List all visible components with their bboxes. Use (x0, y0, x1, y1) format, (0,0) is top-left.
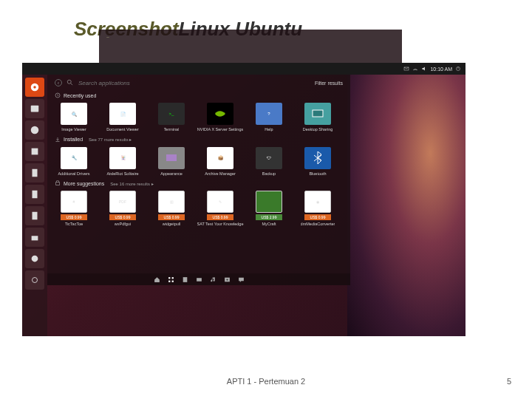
app-archive-manager[interactable]: 📦Archive Manager (201, 147, 239, 177)
search-icon (66, 79, 74, 86)
launcher-files[interactable] (25, 99, 44, 118)
ubuntu-screenshot: 10:10 AM ‹ Filter results (22, 63, 466, 336)
sugg-mycraft[interactable]: US$ 2.99MyCraft (250, 191, 288, 227)
search-row: ‹ Filter results (55, 79, 343, 86)
launcher-app[interactable] (25, 142, 44, 161)
launcher-impress[interactable] (25, 206, 44, 225)
recent-grid: 🔍Image Viewer 📄Document Viewer >_Termina… (55, 103, 343, 132)
nav-back-icon[interactable]: ‹ (55, 79, 62, 86)
app-terminal[interactable]: >_Terminal (152, 103, 191, 132)
lens-social-icon[interactable] (238, 276, 245, 283)
app-additional-drivers[interactable]: 🔧Additional Drivers (55, 147, 93, 177)
svg-point-14 (67, 80, 71, 83)
slide-footer: APTI 1 - Pertemuan 2 (227, 377, 305, 386)
section-suggestions: More suggestions See 16 more results ▸ (55, 180, 343, 186)
bag-icon (55, 180, 61, 186)
svg-point-4 (33, 86, 36, 89)
desktop-wallpaper (347, 75, 466, 336)
svg-rect-9 (33, 191, 38, 199)
svg-point-26 (226, 279, 228, 280)
sugg-dmmedia[interactable]: ◉US$ 0.99dmMediaConverter (299, 191, 337, 227)
power-icon (455, 66, 461, 72)
svg-rect-7 (32, 149, 38, 155)
sugg-tictactoe[interactable]: #US$ 0.99TicTacToe (55, 191, 93, 227)
lens-music-icon[interactable] (210, 276, 216, 283)
top-panel: 10:10 AM (22, 63, 466, 75)
svg-rect-5 (31, 106, 39, 112)
filter-results[interactable]: Filter results (315, 81, 343, 86)
svg-rect-21 (168, 280, 170, 282)
installed-grid: 🔧Additional Drivers 🃏AisleRiot Solitaire… (55, 147, 343, 177)
section-installed: Installed See 77 more results ▸ (55, 137, 343, 143)
lens-apps-icon[interactable] (168, 276, 174, 283)
launcher-settings[interactable] (25, 270, 44, 290)
section-recent: Recently used (55, 92, 343, 98)
clock-icon (55, 92, 61, 98)
app-appearance[interactable]: Appearance (152, 147, 191, 177)
svg-point-6 (31, 126, 39, 134)
lens-home-icon[interactable] (154, 276, 160, 283)
sound-icon (421, 66, 427, 72)
launcher-software[interactable] (25, 228, 44, 247)
app-nvidia[interactable]: NVIDIA X Server Settings (201, 103, 239, 132)
svg-point-12 (32, 256, 38, 262)
svg-rect-19 (168, 277, 170, 279)
lens-files-icon[interactable] (182, 276, 188, 283)
network-icon (412, 66, 418, 72)
page-number: 5 (507, 377, 511, 386)
mail-icon (403, 66, 409, 72)
svg-rect-11 (32, 236, 38, 240)
app-document-viewer[interactable]: 📄Document Viewer (103, 103, 142, 132)
svg-point-13 (33, 278, 38, 283)
lens-photos-icon[interactable] (224, 276, 231, 283)
slide-title: Screenshot – Linux Ubuntu (74, 18, 302, 41)
svg-rect-24 (197, 278, 202, 282)
suggestions-see-more[interactable]: See 16 more results ▸ (110, 181, 153, 186)
system-tray: 10:10 AM (403, 66, 461, 72)
sugg-sat[interactable]: ✎US$ 0.99SAT Test Your Knowledge (201, 191, 239, 227)
lens-bar (47, 273, 350, 285)
download-icon (55, 137, 61, 143)
launcher-firefox[interactable] (25, 120, 44, 140)
svg-rect-22 (171, 280, 173, 282)
suggestions-grid: #US$ 0.99TicTacToe PDFUS$ 0.99wxPdfgui ▥… (55, 191, 343, 227)
unity-launcher (22, 75, 47, 336)
lens-video-icon[interactable] (196, 276, 202, 283)
svg-rect-18 (166, 154, 177, 161)
unity-dash: ‹ Filter results Recently used 🔍Image Vi… (47, 75, 350, 285)
app-image-viewer[interactable]: 🔍Image Viewer (55, 103, 93, 132)
app-bluetooth[interactable]: Bluetooth (299, 147, 337, 177)
launcher-calc[interactable] (25, 185, 44, 204)
launcher-writer[interactable] (25, 163, 44, 183)
app-backup[interactable]: 🛡Backup (250, 147, 288, 177)
sugg-wxpdfgui[interactable]: PDFUS$ 0.99wxPdfgui (103, 191, 142, 227)
svg-rect-23 (183, 277, 187, 282)
app-help[interactable]: ?Help (250, 103, 288, 132)
svg-rect-8 (33, 169, 38, 177)
app-aisleriot[interactable]: 🃏AisleRiot Solitaire (103, 147, 142, 177)
sugg-widgetpull[interactable]: ▥US$ 0.99widgetpull (152, 191, 191, 227)
svg-line-15 (71, 83, 73, 86)
installed-see-more[interactable]: See 77 more results ▸ (89, 137, 132, 142)
clock: 10:10 AM (430, 66, 452, 72)
svg-rect-10 (33, 212, 38, 220)
svg-rect-17 (313, 110, 323, 117)
launcher-amazon[interactable] (25, 249, 44, 268)
svg-rect-20 (171, 277, 173, 279)
search-input[interactable] (78, 80, 310, 86)
app-desktop-sharing[interactable]: Desktop Sharing (299, 103, 337, 132)
dash-button[interactable] (25, 78, 44, 97)
